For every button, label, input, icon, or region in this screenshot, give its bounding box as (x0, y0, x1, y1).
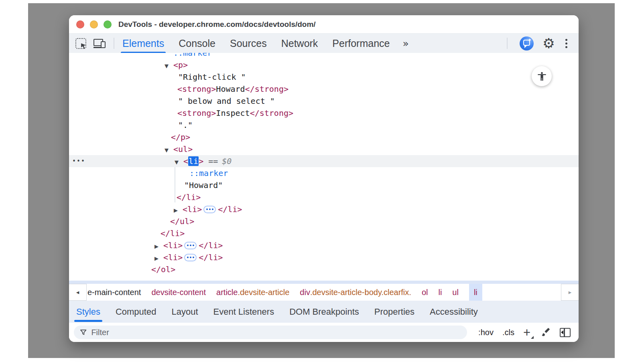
breadcrumb-item-ol[interactable]: ol (422, 284, 428, 301)
pseudo-element-token[interactable]: ::marker (189, 168, 228, 178)
dom-tree-row[interactable]: ▼<p> (69, 59, 579, 71)
tab-label: Elements (122, 38, 164, 49)
toggle-element-classes-button[interactable]: .cls (502, 328, 514, 337)
breadcrumb-scroll-left-button[interactable]: ◂ (69, 284, 87, 301)
tab-console[interactable]: Console (179, 34, 215, 53)
tag-close-token: </strong> (245, 84, 288, 94)
close-window-button[interactable] (76, 20, 84, 28)
collapsed-content-ellipsis-icon[interactable] (184, 254, 197, 261)
dom-tree-row[interactable]: ▼<ul> (69, 143, 579, 155)
expand-arrow-open-icon[interactable]: ▼ (175, 156, 183, 168)
breadcrumb-item-li[interactable]: li (438, 284, 442, 301)
crumb-tag-name: article (216, 288, 238, 297)
dom-tree-row[interactable]: </ol> (69, 263, 579, 275)
device-toolbar-icon[interactable] (93, 38, 106, 49)
dom-tree-row[interactable]: ::marker (69, 167, 579, 179)
sidebar-tab-styles[interactable]: Styles (76, 301, 100, 323)
dom-tree-row[interactable]: ▶<li></li> (69, 251, 579, 263)
crumb-tag-name: li (438, 288, 442, 297)
sparkle-icon: ✦ (528, 37, 532, 43)
styles-filter-input[interactable] (91, 328, 461, 337)
toggle-pseudo-classes-button[interactable]: :hov (478, 328, 494, 337)
tab-elements[interactable]: Elements (122, 34, 164, 53)
dom-tree-row[interactable]: "Right-click " (69, 71, 579, 83)
tab-performance[interactable]: Performance (332, 34, 390, 53)
dom-tree-row[interactable]: <strong>Inspect</strong> (69, 107, 579, 119)
expand-arrow-open-icon[interactable]: ▼ (165, 60, 173, 72)
breadcrumb-item-e-main-content[interactable]: e-main-content (87, 284, 141, 301)
inspect-element-icon[interactable] (75, 38, 86, 49)
dom-tree-row[interactable]: •••▼<li>==$0 (69, 155, 579, 167)
sidebar-tab-accessibility[interactable]: Accessibility (430, 301, 478, 323)
row-gutter-dots-icon[interactable]: ••• (72, 155, 85, 167)
new-style-rule-button[interactable]: + (523, 326, 532, 339)
tab-label: Console (179, 38, 215, 49)
styles-filter-field[interactable] (74, 326, 467, 339)
collapsed-content-ellipsis-icon[interactable] (184, 242, 197, 249)
dom-tree-row[interactable]: </li> (69, 191, 579, 203)
breadcrumb-item-article[interactable]: article.devsite-article (216, 284, 289, 301)
dropdown-corner-icon (531, 336, 534, 339)
dom-tree-row[interactable]: "." (69, 119, 579, 131)
crumb-class-names: .devsite-article (238, 288, 289, 297)
accessibility-overlay-button[interactable] (532, 66, 552, 86)
breadcrumb-item-div[interactable]: div.devsite-article-body.clearfix. (300, 284, 411, 301)
toolbar-right-icons: ✦ ⚙ (504, 36, 579, 51)
tag-open-token: <li> (183, 156, 203, 166)
breadcrumb-item-ul[interactable]: ul (452, 284, 459, 301)
gray-backdrop: DevTools - developer.chrome.com/docs/dev… (28, 3, 615, 358)
cursor-arrow-icon (80, 43, 87, 50)
dom-tree-row[interactable]: <strong>Howard</strong> (69, 83, 579, 95)
sidebar-tab-event-listeners[interactable]: Event Listeners (213, 301, 274, 323)
dom-tree-row[interactable]: </ul> (69, 215, 579, 227)
dom-tree-rows: ::marker▼<p>"Right-click "<strong>Howard… (69, 53, 579, 275)
sidebar-tab-computed[interactable]: Computed (116, 301, 156, 323)
dom-tree-row[interactable]: ▶<li></li> (69, 203, 579, 215)
dom-tree-row[interactable]: " below and select " (69, 95, 579, 107)
equals-operator: == (208, 156, 218, 166)
breadcrumb-scroll-right-button[interactable]: ▸ (561, 284, 579, 301)
sidebar-tab-label: Computed (116, 307, 156, 317)
dom-tree-row[interactable]: ▶<li></li> (69, 239, 579, 251)
crumb-tag-name: ul (452, 288, 459, 297)
sidebar-tab-label: Event Listeners (213, 307, 274, 317)
tab-network[interactable]: Network (281, 34, 318, 53)
text-node-token: Howard (216, 84, 245, 94)
text-node-token: "Howard" (184, 180, 223, 190)
dom-tree-row[interactable]: ::marker (69, 53, 579, 59)
collapsed-content-ellipsis-icon[interactable] (203, 206, 216, 213)
styles-filter-bar: :hov .cls + (69, 323, 579, 342)
devtools-toolbar: ElementsConsoleSourcesNetworkPerformance… (69, 34, 579, 53)
tab-sources[interactable]: Sources (230, 34, 267, 53)
tag-open-token: <li> (183, 204, 202, 214)
sidebar-tab-label: Layout (171, 307, 198, 317)
more-tabs-chevron-icon[interactable]: » (402, 38, 408, 49)
ai-assistance-icon[interactable]: ✦ (520, 36, 534, 51)
expand-arrow-closed-icon[interactable]: ▶ (154, 253, 163, 265)
toolbar-divider (114, 38, 114, 49)
sidebar-tab-dom-breakpoints[interactable]: DOM Breakpoints (289, 301, 359, 323)
sidebar-tab-label: Styles (76, 307, 100, 317)
dom-tree-panel: ::marker▼<p>"Right-click "<strong>Howard… (69, 53, 579, 281)
sidebar-tab-layout[interactable]: Layout (171, 301, 198, 323)
expand-arrow-closed-icon[interactable]: ▶ (174, 204, 183, 216)
expand-arrow-closed-icon[interactable]: ▶ (154, 241, 163, 253)
toggle-sidebar-icon[interactable] (560, 328, 571, 337)
sidebar-tab-properties[interactable]: Properties (374, 301, 414, 323)
pseudo-element-token[interactable]: ::marker (173, 53, 212, 58)
settings-gear-icon[interactable]: ⚙ (542, 36, 555, 51)
dom-tree-row[interactable]: "Howard" (69, 179, 579, 191)
minimize-window-button[interactable] (90, 20, 98, 28)
horizontal-scrollbar-track[interactable] (69, 281, 579, 284)
breadcrumb-item-li[interactable]: li (469, 284, 482, 301)
console-variable-hint: $0 (222, 156, 232, 166)
zoom-window-button[interactable] (104, 20, 112, 28)
dom-tree-row[interactable]: </p> (69, 131, 579, 143)
panel-tabs: ElementsConsoleSourcesNetworkPerformance (122, 34, 390, 53)
breadcrumb-item-devsite-content[interactable]: devsite-content (151, 284, 206, 301)
dom-tree-row[interactable]: </li> (69, 227, 579, 239)
rendering-brush-icon[interactable] (541, 327, 551, 338)
expand-arrow-open-icon[interactable]: ▼ (165, 144, 173, 156)
more-options-icon[interactable] (564, 37, 569, 50)
tab-label: Performance (332, 38, 390, 49)
